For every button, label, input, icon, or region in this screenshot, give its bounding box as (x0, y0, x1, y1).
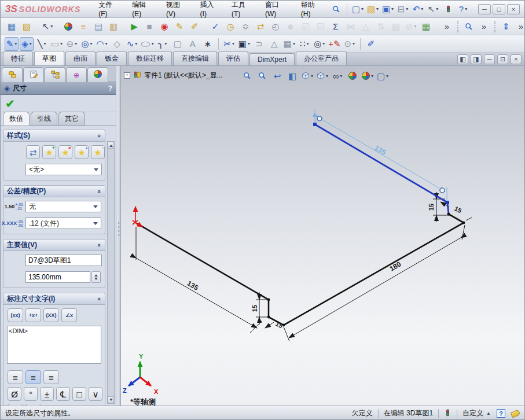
copy-button[interactable]: ▤ (91, 20, 105, 34)
primary-value-section-header[interactable]: 主要值(V) « (3, 240, 105, 251)
dropdown-arrow-icon[interactable]: ▾ (465, 6, 467, 12)
command-tab[interactable]: 特征 (3, 51, 33, 65)
apply-scene-button[interactable]: ▾ (361, 69, 375, 83)
quick-tips-icon[interactable]: ? (497, 409, 505, 418)
scroll-down-icon[interactable] (108, 396, 114, 403)
viewport-canvas[interactable]: 135 15 15 15 (121, 66, 524, 406)
collapse-right-pane-button[interactable]: ◨ (471, 54, 482, 64)
collapse-chevron-icon[interactable]: « (96, 243, 103, 246)
menu-item[interactable]: 插入(I) (194, 0, 225, 21)
dimension-property-tab[interactable]: 其它 (58, 112, 85, 126)
sketch-button[interactable]: ✎▾ (5, 37, 19, 51)
dropdown-arrow-icon[interactable]: ▾ (30, 41, 32, 46)
add-relation-button[interactable]: +✎ (328, 37, 342, 51)
dimension-name-field[interactable] (25, 255, 102, 266)
dropdown-arrow-icon[interactable]: ▾ (60, 41, 63, 46)
dropdown-arrow-icon[interactable]: ▾ (44, 41, 46, 46)
more-tools-button[interactable]: » (514, 20, 525, 34)
dropdown-arrow-icon[interactable]: ▾ (307, 41, 309, 46)
dimension-value-stepper[interactable] (91, 271, 101, 283)
more-standard-button[interactable]: » (440, 20, 454, 34)
equations-button[interactable]: Σ (329, 20, 343, 34)
box-select-button[interactable]: ▢ (171, 37, 185, 51)
dropdown-arrow-icon[interactable]: ▾ (164, 41, 167, 46)
color-swatch-button[interactable] (61, 20, 75, 34)
command-tab[interactable]: 办公室产品 (296, 51, 347, 65)
viewport-background[interactable] (121, 66, 524, 406)
collapse-chevron-icon[interactable]: « (96, 297, 103, 300)
new-document-button[interactable]: ▢▾ (351, 2, 365, 16)
dimtext-offset-text-button[interactable]: +x+ (25, 308, 41, 322)
circle-button[interactable]: ◎▾ (80, 37, 94, 51)
sketch-fillet-button[interactable]: ╮▾ (156, 37, 170, 51)
symbol-more-button[interactable]: ∨ (89, 387, 102, 401)
command-tab[interactable]: 钣金 (97, 51, 127, 65)
menu-item[interactable]: 编辑(E) (126, 0, 160, 21)
align-right-button[interactable]: ≡ (43, 370, 59, 384)
menu-item[interactable]: 文件(F) (92, 0, 126, 21)
displaymanager-tab-button[interactable] (87, 67, 108, 82)
align-center-button[interactable]: ≡ (25, 370, 41, 384)
ellipse-button[interactable]: ◯▾ (140, 37, 155, 51)
macro-stop-button[interactable]: ■ (142, 20, 156, 34)
save-style-button[interactable]: ★▪ (75, 145, 89, 159)
dropdown-arrow-icon[interactable]: ▾ (90, 41, 93, 46)
apply-default-style-button[interactable]: ⇄ (26, 145, 40, 159)
panel-scrollbar[interactable] (107, 141, 115, 404)
dimension-15-right-vertical-label[interactable]: 15 (428, 204, 435, 211)
panel-splitter[interactable]: ‹‹‹‹ (116, 66, 121, 406)
paste-button[interactable]: ▥ (107, 20, 120, 34)
dimension-property-tab[interactable]: 引线 (31, 112, 57, 126)
load-style-button[interactable]: ★▫ (91, 145, 105, 159)
dropdown-arrow-icon[interactable]: ▾ (248, 41, 250, 46)
slot-button[interactable]: ⊖▾ (65, 37, 79, 51)
macro-run-button[interactable]: ▶ (127, 20, 141, 34)
dropdown-arrow-icon[interactable]: ▾ (135, 41, 137, 46)
style-section-header[interactable]: 样式(S) « (3, 130, 105, 142)
save-document-button[interactable]: ▣▾ (381, 2, 395, 16)
collapse-chevron-icon[interactable]: « (96, 134, 103, 137)
dropdown-arrow-icon[interactable]: ▾ (421, 6, 423, 12)
design-checker-button[interactable]: ≡ (76, 20, 90, 34)
command-tab[interactable]: 评估 (218, 51, 248, 65)
selected-vertex[interactable] (313, 123, 317, 126)
command-tab[interactable]: 数据迁移 (128, 51, 172, 65)
window-minimize-button[interactable]: ─ (478, 4, 491, 14)
dropdown-arrow-icon[interactable]: ▾ (353, 41, 355, 46)
more-option-button[interactable] (25, 404, 41, 406)
costing-button[interactable]: ◴ (269, 20, 282, 34)
menu-item[interactable]: 窗口(W) (259, 0, 295, 21)
tree-expand-icon[interactable]: + (124, 72, 130, 79)
precision-dropdown[interactable]: .12 (文件) (25, 218, 101, 229)
macro-new-button[interactable]: ✎ (172, 20, 186, 34)
check-entity-button[interactable]: ☑ (299, 20, 313, 34)
sensors-button[interactable]: ⊘▾ (404, 20, 418, 34)
macro-edit-button[interactable]: ✐ (188, 20, 201, 34)
dropdown-arrow-icon[interactable]: ▾ (75, 41, 77, 46)
symbol-diameter-button[interactable]: Ø (8, 387, 21, 401)
symbol-square-button[interactable]: □ (72, 387, 86, 401)
macro-record-button[interactable]: ◉ (157, 20, 171, 34)
select-cursor-button[interactable]: ↖▾ (41, 20, 54, 34)
dropdown-arrow-icon[interactable]: ▾ (293, 41, 295, 46)
dimxpertmanager-tab-button[interactable]: ⊕ (66, 67, 87, 82)
dropdown-arrow-icon[interactable]: ▾ (326, 73, 328, 79)
symbol-degree-button[interactable]: ° (24, 387, 38, 401)
configurationmanager-tab-button[interactable] (45, 67, 65, 82)
document-restore-button[interactable]: ⊡ (497, 54, 508, 64)
deviation-analysis-button[interactable]: ⋈ (344, 20, 358, 34)
viewport-layout-button[interactable]: ▦ (5, 20, 19, 34)
featuremanager-tab-button[interactable] (2, 67, 23, 82)
zoom-area-button[interactable] (255, 69, 269, 83)
stepper-up-icon[interactable] (94, 272, 98, 277)
sketch-text-button[interactable]: A (186, 37, 200, 51)
dimtext-inspection-button[interactable]: (XX) (43, 308, 59, 322)
dimtext-parentheses-button[interactable]: (xx) (8, 308, 23, 322)
edit-appearance-button[interactable] (346, 69, 359, 83)
style-dropdown[interactable]: <无> (25, 164, 102, 175)
command-tab[interactable]: 草图 (34, 51, 64, 65)
smart-dimension-button[interactable]: ◈▾ (20, 37, 34, 51)
symbol-centerline-button[interactable]: ℄ (56, 387, 70, 401)
design-table-button[interactable]: ▦ (419, 20, 433, 34)
dimension-15-left-label[interactable]: 15 (251, 305, 258, 312)
